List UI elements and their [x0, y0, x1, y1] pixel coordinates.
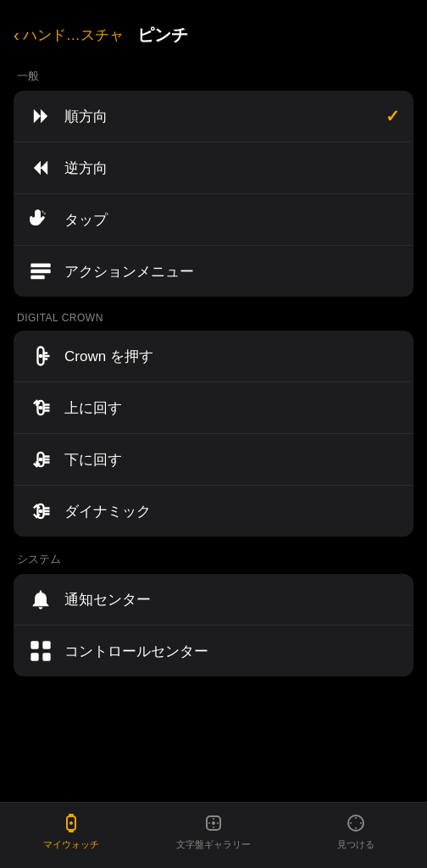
svg-rect-26 [42, 641, 50, 648]
checkmark-icon: ✓ [385, 106, 400, 126]
svg-rect-27 [30, 653, 38, 660]
digital-crown-section: DIGITAL CROWN Crown を押す [14, 312, 413, 537]
forward-label: 順方向 [64, 107, 385, 126]
list-item-dynamic[interactable]: ダイナミック [14, 486, 413, 537]
svg-point-15 [39, 458, 43, 462]
list-item-tap[interactable]: タップ [14, 194, 413, 246]
list-item-action-menu[interactable]: アクションメニュー [14, 246, 413, 297]
svg-point-9 [39, 406, 43, 410]
digital-crown-section-header: DIGITAL CROWN [14, 312, 413, 324]
scroll-down-icon [27, 446, 54, 473]
tab-face-gallery[interactable]: 文字盤ギャラリー [142, 811, 285, 851]
forward-skip-icon [27, 103, 54, 130]
svg-rect-31 [69, 814, 74, 816]
list-item-backward[interactable]: 逆方向 [14, 142, 413, 194]
general-section: 一般 順方向 ✓ 逆方向 [14, 69, 413, 297]
svg-point-21 [39, 509, 43, 514]
scroll-up-icon [27, 394, 54, 421]
face-gallery-icon [202, 811, 225, 835]
action-menu-label: アクションメニュー [64, 262, 400, 281]
system-section: システム 通知センター [14, 552, 413, 676]
svg-rect-25 [30, 641, 38, 648]
discover-icon [344, 811, 368, 835]
svg-rect-32 [69, 830, 74, 832]
control-center-label: コントロールセンター [64, 642, 400, 661]
crown-press-icon [27, 342, 54, 370]
back-chevron-icon: ‹ [14, 25, 19, 45]
hand-tap-icon [27, 206, 54, 233]
list-item-crown-press[interactable]: Crown を押す [14, 331, 413, 382]
scroll-down-label: 下に回す [64, 450, 400, 470]
system-section-header: システム [14, 552, 413, 567]
scroll-up-label: 上に回す [64, 398, 400, 418]
content-area: 一般 順方向 ✓ 逆方向 [0, 69, 427, 761]
list-item-scroll-down[interactable]: 下に回す [14, 434, 413, 486]
discover-tab-label: 見つける [337, 838, 374, 851]
my-watch-icon [59, 811, 83, 835]
dynamic-label: ダイナミック [64, 502, 400, 521]
tab-my-watch[interactable]: マイウォッチ [0, 811, 142, 851]
list-item-control-center[interactable]: コントロールセンター [14, 626, 413, 676]
face-gallery-tab-label: 文字盤ギャラリー [176, 838, 251, 851]
backward-skip-icon [27, 154, 54, 181]
crown-press-label: Crown を押す [64, 347, 400, 366]
dynamic-icon [27, 498, 54, 525]
svg-rect-28 [42, 653, 50, 660]
system-card: 通知センター コントロールセンター [14, 574, 413, 676]
list-item-forward[interactable]: 順方向 ✓ [14, 91, 413, 142]
list-item-scroll-up[interactable]: 上に回す [14, 382, 413, 434]
general-section-header: 一般 [14, 69, 413, 84]
tab-discover[interactable]: 見つける [285, 811, 427, 851]
notification-icon [27, 586, 54, 613]
svg-marker-40 [352, 820, 359, 826]
general-card: 順方向 ✓ 逆方向 タップ [14, 91, 413, 297]
header: ‹ ハンド…スチャ ピンチ [0, 10, 427, 53]
svg-point-34 [212, 821, 215, 825]
tab-bar: マイウォッチ 文字盤ギャラリー [0, 802, 427, 868]
svg-rect-2 [30, 275, 44, 280]
digital-crown-card: Crown を押す 上に回す [14, 331, 413, 537]
list-item-notification-center[interactable]: 通知センター [14, 574, 413, 626]
svg-rect-0 [30, 264, 50, 268]
control-center-icon [27, 637, 54, 665]
back-label: ハンド…スチャ [23, 25, 124, 45]
back-button[interactable]: ‹ ハンド…スチャ [14, 25, 124, 45]
notification-center-label: 通知センター [64, 590, 400, 609]
backward-label: 逆方向 [64, 159, 400, 178]
page-title: ピンチ [137, 24, 188, 47]
action-menu-icon [27, 258, 54, 285]
svg-point-4 [39, 354, 43, 359]
svg-rect-1 [30, 270, 50, 274]
my-watch-tab-label: マイウォッチ [43, 838, 99, 851]
tap-label: タップ [64, 210, 400, 230]
svg-point-30 [69, 821, 73, 825]
